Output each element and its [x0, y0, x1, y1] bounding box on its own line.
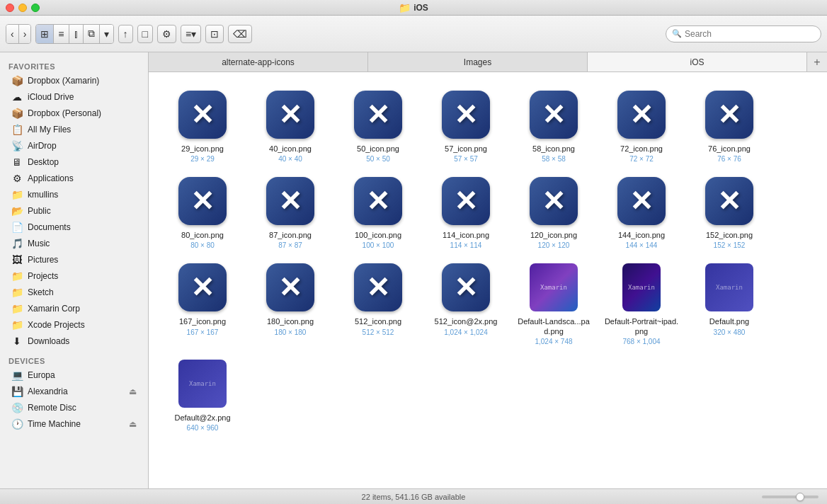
file-dims: 50 × 50: [366, 155, 390, 163]
window-controls[interactable]: [6, 4, 40, 12]
slider-track[interactable]: [762, 496, 819, 498]
file-item[interactable]: ✕ 72_icon.png 72 × 72: [599, 84, 684, 167]
file-dims: 87 × 87: [278, 241, 302, 249]
label-button[interactable]: ⊡: [205, 25, 224, 43]
sidebar-item-icon: ⚙: [11, 173, 23, 184]
sidebar-item-pictures[interactable]: 🖼 Pictures: [3, 252, 145, 268]
add-tab-button[interactable]: +: [807, 52, 827, 71]
file-name: Default-Landsca...pad.png: [515, 317, 593, 336]
file-icon-bg: ✕: [530, 91, 578, 139]
file-item[interactable]: ✕ 180_icon.png 180 × 180: [248, 256, 333, 349]
sidebar-item-music[interactable]: 🎵 Music: [3, 236, 145, 251]
file-item[interactable]: ✕ 144_icon.png 144 × 144: [599, 170, 684, 253]
sidebar-item-icloud-drive[interactable]: ☁ iCloud Drive: [3, 89, 145, 105]
file-item[interactable]: ✕ 87_icon.png 87 × 87: [248, 170, 333, 253]
share-button[interactable]: ↑: [118, 25, 133, 43]
sidebar-item-kmullins[interactable]: 📁 kmullins: [3, 187, 145, 202]
file-icon-wrapper: ✕: [265, 262, 316, 313]
sidebar-item-remote-disc[interactable]: 💿 Remote Disc: [3, 400, 145, 416]
file-icon-bg: ✕: [354, 263, 402, 311]
maximize-button[interactable]: [31, 4, 40, 12]
x-mark: ✕: [717, 185, 741, 217]
action-button[interactable]: ⚙: [157, 25, 176, 43]
file-item[interactable]: ✕ 58_icon.png 58 × 58: [511, 84, 596, 167]
delete-button[interactable]: ⌫: [228, 25, 252, 43]
space-button[interactable]: □: [137, 25, 153, 43]
file-item[interactable]: ✕ 167_icon.png 167 × 167: [160, 256, 245, 349]
file-icon-wrapper: ✕: [265, 176, 316, 227]
view-cover-button[interactable]: ⧉: [84, 25, 100, 43]
file-item[interactable]: ✕ 40_icon.png 40 × 40: [248, 84, 333, 167]
main-container: Favorites 📦 Dropbox (Xamarin) ☁ iCloud D…: [0, 52, 827, 488]
minimize-button[interactable]: [18, 4, 27, 12]
sidebar-item-sketch[interactable]: 📁 Sketch: [3, 285, 145, 300]
file-item[interactable]: ✕ 114_icon.png 114 × 114: [423, 170, 508, 253]
file-item[interactable]: ✕ 512_icon@2x.png 1,024 × 1,024: [423, 256, 508, 349]
file-item[interactable]: ✕ 100_icon.png 100 × 100: [336, 170, 421, 253]
sidebar-item-desktop[interactable]: 🖥 Desktop: [3, 154, 145, 170]
sidebar-item-projects[interactable]: 📁 Projects: [3, 268, 145, 284]
sidebar-item-time-machine[interactable]: 🕐 Time Machine ⏏: [3, 416, 145, 432]
file-icon-bg: ✕: [617, 177, 666, 225]
sidebar-item-dropbox--personal-[interactable]: 📦 Dropbox (Personal): [3, 105, 145, 121]
zoom-slider[interactable]: [762, 496, 819, 498]
path-tab-images[interactable]: Images: [368, 52, 588, 71]
file-item[interactable]: Xamarin Default.png 320 × 480: [687, 256, 772, 349]
file-item[interactable]: ✕ 80_icon.png 80 × 80: [160, 170, 245, 253]
sidebar-item-icon: 📂: [11, 205, 23, 217]
file-name: 167_icon.png: [179, 317, 226, 326]
file-item[interactable]: ✕ 57_icon.png 57 × 57: [423, 84, 508, 167]
path-tab-alternate-app-icons[interactable]: alternate-app-icons: [149, 52, 368, 71]
view-more-button[interactable]: ▾: [100, 25, 113, 43]
file-icon-splash: Xamarin: [530, 263, 578, 311]
sidebar-item-label: Xcode Projects: [28, 320, 137, 330]
file-icon-wrapper: Xamarin: [704, 262, 755, 313]
eject-icon[interactable]: ⏏: [129, 386, 137, 396]
x-mark: ✕: [278, 271, 302, 304]
sidebar-item-icon: 📦: [11, 108, 23, 119]
status-text: 22 items, 541.16 GB available: [362, 493, 466, 501]
file-dims: 57 × 57: [454, 155, 478, 163]
back-button[interactable]: ‹: [6, 25, 19, 43]
file-item[interactable]: ✕ 512_icon.png 512 × 512: [336, 256, 421, 349]
sidebar-item-xcode-projects[interactable]: 📁 Xcode Projects: [3, 317, 145, 333]
file-icon-bg: ✕: [354, 177, 402, 225]
slider-thumb[interactable]: [796, 493, 804, 501]
sidebar-item-downloads[interactable]: ⬇ Downloads: [3, 333, 145, 349]
forward-button[interactable]: ›: [19, 25, 31, 43]
file-icon-splash: Xamarin: [705, 263, 753, 311]
sidebar-item-europa[interactable]: 💻 Europa: [3, 367, 145, 383]
search-bar[interactable]: 🔍: [666, 25, 821, 42]
path-tab-ios[interactable]: iOS: [588, 52, 807, 71]
file-name: 87_icon.png: [269, 231, 312, 240]
file-item[interactable]: ✕ 50_icon.png 50 × 50: [336, 84, 421, 167]
file-item[interactable]: Xamarin Default@2x.png 640 × 960: [160, 353, 245, 436]
file-item[interactable]: Xamarin Default-Landsca...pad.png 1,024 …: [511, 256, 596, 349]
splash-default: Xamarin: [705, 263, 753, 311]
search-input[interactable]: [685, 29, 815, 39]
file-name: 58_icon.png: [532, 144, 575, 154]
file-item[interactable]: Xamarin Default-Portrait~ipad.png 768 × …: [599, 256, 684, 349]
sidebar: Favorites 📦 Dropbox (Xamarin) ☁ iCloud D…: [0, 52, 149, 488]
file-item[interactable]: ✕ 120_icon.png 120 × 120: [511, 170, 596, 253]
eject-icon[interactable]: ⏏: [129, 419, 137, 429]
sidebar-item-airdrop[interactable]: 📡 AirDrop: [3, 138, 145, 154]
file-dims: 72 × 72: [629, 155, 654, 163]
sidebar-item-public[interactable]: 📂 Public: [3, 203, 145, 219]
file-item[interactable]: ✕ 29_icon.png 29 × 29: [160, 84, 245, 167]
view-list-button[interactable]: ≡: [54, 25, 69, 43]
sidebar-item-dropbox--xamarin-[interactable]: 📦 Dropbox (Xamarin): [3, 73, 145, 88]
file-item[interactable]: ✕ 76_icon.png 76 × 76: [687, 84, 772, 167]
sidebar-item-applications[interactable]: ⚙ Applications: [3, 171, 145, 186]
file-item[interactable]: ✕ 152_icon.png 152 × 152: [687, 170, 772, 253]
view-icons-button[interactable]: ⊞: [36, 25, 54, 43]
info-button[interactable]: ≡▾: [181, 25, 201, 43]
sidebar-item-label: Pictures: [28, 255, 137, 265]
sidebar-item-xamarin-corp[interactable]: 📁 Xamarin Corp: [3, 301, 145, 316]
sidebar-item-documents[interactable]: 📄 Documents: [3, 219, 145, 235]
sidebar-item-icon: 📡: [11, 140, 23, 151]
close-button[interactable]: [6, 4, 14, 12]
view-columns-button[interactable]: ⫿: [69, 25, 84, 43]
sidebar-item-all-my-files[interactable]: 📋 All My Files: [3, 122, 145, 137]
sidebar-item-alexandria[interactable]: 💾 Alexandria ⏏: [3, 384, 145, 399]
